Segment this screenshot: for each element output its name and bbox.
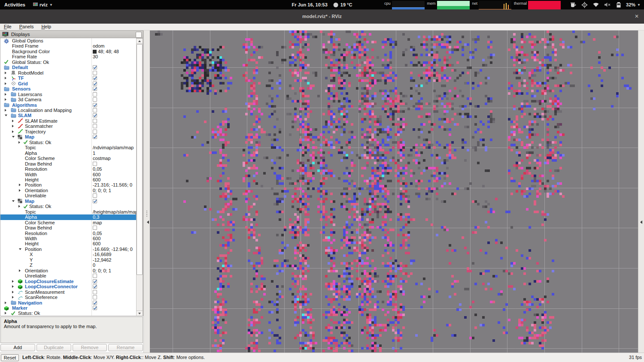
checkbox-unchecked[interactable]: [93, 295, 97, 299]
row-value[interactable]: /ndvimap/slam/map: [93, 145, 134, 151]
checkbox-unchecked[interactable]: [93, 193, 97, 198]
tree-row-scanmatcher[interactable]: Scanmatcher: [0, 124, 137, 129]
expand-closed-icon[interactable]: [12, 130, 14, 133]
tree-row-y[interactable]: Y-12,9462: [0, 257, 137, 263]
tree-row-3d-camera[interactable]: 3d Camera: [0, 97, 137, 103]
tree-row-unreliable[interactable]: Unreliable: [0, 273, 137, 279]
tree-row-position[interactable]: Position-21.316; -11.565; 0: [0, 182, 137, 188]
checkbox-checked[interactable]: [93, 113, 97, 118]
checkbox-checked[interactable]: [93, 87, 97, 91]
checkbox-unchecked[interactable]: [93, 274, 97, 278]
reset-button[interactable]: Reset: [1, 354, 19, 361]
wifi-icon[interactable]: [592, 2, 599, 7]
row-value[interactable]: 0: [93, 262, 95, 268]
expand-closed-icon[interactable]: [12, 125, 14, 127]
row-value[interactable]: /heightmap/slam/map: [93, 209, 138, 215]
row-value[interactable]: 600: [93, 241, 100, 247]
checkbox-unchecked[interactable]: [93, 226, 97, 230]
row-value[interactable]: -16.669; -12.946; 0: [93, 247, 133, 252]
tree-row-frame-rate[interactable]: Frame Rate30: [0, 54, 137, 60]
tree-row-draw-behind[interactable]: Draw Behind: [0, 161, 137, 167]
checkbox-unchecked[interactable]: [93, 290, 97, 294]
checkbox-checked[interactable]: [93, 279, 97, 284]
checkbox-unchecked[interactable]: [93, 119, 97, 123]
battery-percent[interactable]: 32%: [626, 2, 635, 7]
tree-row-scanmeasurement[interactable]: ScanMeasurement: [0, 290, 137, 295]
net-graph[interactable]: [479, 1, 511, 9]
tree-row-height[interactable]: Height600: [0, 177, 137, 183]
expand-closed-icon[interactable]: [5, 312, 6, 314]
tree-row-alpha[interactable]: Alpha1: [0, 151, 137, 156]
tree-row-resolution[interactable]: Resolution0,05: [0, 231, 137, 236]
tree-row-scanreference[interactable]: ScanReference: [0, 295, 137, 300]
thermal-graph[interactable]: [528, 1, 561, 9]
expand-closed-icon[interactable]: [12, 280, 14, 283]
tree-row-height[interactable]: Height600: [0, 241, 137, 247]
location-icon[interactable]: [581, 2, 588, 8]
tree-row-status-ok[interactable]: Status: Ok: [0, 311, 137, 316]
scrollbar-up-button[interactable]: [137, 39, 143, 44]
tree-row-global-options[interactable]: Global Options: [0, 38, 137, 44]
tree-row-draw-behind[interactable]: Draw Behind: [0, 225, 137, 231]
checkbox-unchecked[interactable]: [93, 108, 97, 112]
tree-row-sensors[interactable]: Sensors: [0, 86, 137, 92]
panel-splitter-right[interactable]: [638, 30, 644, 353]
tree-row-width[interactable]: Width600: [0, 172, 137, 178]
expand-closed-icon[interactable]: [5, 302, 6, 304]
expand-closed-icon[interactable]: [12, 285, 14, 288]
checkbox-checked[interactable]: [93, 306, 97, 310]
tree-row-orientation[interactable]: Orientation0; 0; 0; 1: [0, 188, 137, 193]
close-icon[interactable]: ✕: [635, 9, 639, 24]
tree-row-topic[interactable]: Topic/ndvimap/slam/map: [0, 145, 137, 151]
tree-row-map[interactable]: Map: [0, 134, 137, 140]
row-value[interactable]: -16,6689: [93, 252, 111, 257]
displays-panel-header[interactable]: Displays: [0, 30, 143, 38]
checkbox-checked[interactable]: [93, 199, 97, 203]
window-titlebar[interactable]: model.rviz* - RViz ✕: [0, 9, 644, 24]
tree-row-status-ok[interactable]: Status: Ok: [0, 140, 137, 145]
expand-closed-icon[interactable]: [18, 141, 20, 144]
expand-closed-icon[interactable]: [5, 98, 6, 101]
tree-row-unreliable[interactable]: Unreliable: [0, 193, 137, 199]
tree-row-resolution[interactable]: Resolution0,05: [0, 166, 137, 172]
volume-muted-icon[interactable]: [604, 2, 611, 7]
checkbox-unchecked[interactable]: [93, 92, 97, 97]
coffee-icon[interactable]: [570, 2, 577, 8]
row-value[interactable]: 30: [93, 54, 98, 60]
expand-closed-icon[interactable]: [12, 120, 14, 122]
tree-row-width[interactable]: Width600: [0, 236, 137, 241]
map-render-canvas[interactable]: [150, 30, 638, 353]
tree-row-algorithms[interactable]: Algorithms: [0, 103, 137, 108]
tree-row-slam-estimate[interactable]: SLAM Estimate: [0, 118, 137, 124]
tree-row-tf[interactable]: TF: [0, 75, 137, 81]
checkbox-checked[interactable]: [93, 301, 97, 305]
expand-open-icon[interactable]: [12, 200, 15, 202]
checkbox-checked[interactable]: [93, 284, 97, 289]
row-value[interactable]: -21.316; -11.565; 0: [93, 182, 132, 188]
cpu-graph[interactable]: [392, 1, 425, 9]
app-menu-rviz[interactable]: rviz ▼: [30, 2, 56, 7]
checkbox-checked[interactable]: [93, 65, 97, 69]
expand-closed-icon[interactable]: [5, 82, 6, 85]
checkbox-unchecked[interactable]: [93, 124, 97, 128]
expand-closed-icon[interactable]: [12, 291, 14, 293]
tree-row-default[interactable]: Default: [0, 65, 137, 70]
tree-row-fixed-frame[interactable]: Fixed Frameodom: [0, 43, 137, 49]
expand-closed-icon[interactable]: [12, 296, 14, 299]
scrollbar-down-button[interactable]: [137, 311, 143, 316]
expand-closed-icon[interactable]: [19, 184, 21, 186]
tree-row-x[interactable]: X-16,6689: [0, 252, 137, 257]
tree-row-marker[interactable]: Marker: [0, 305, 137, 311]
activities-button[interactable]: Activities: [0, 2, 30, 7]
scrollbar-thumb[interactable]: [137, 44, 143, 275]
checkbox-checked[interactable]: [93, 103, 97, 107]
row-value[interactable]: 600: [93, 172, 100, 178]
collapse-left-icon[interactable]: [147, 220, 149, 224]
tree-row-map[interactable]: Map: [0, 199, 137, 204]
battery-icon[interactable]: [616, 2, 622, 8]
expand-closed-icon[interactable]: [5, 93, 6, 96]
row-value[interactable]: 600: [93, 177, 100, 183]
tree-row-z[interactable]: Z0: [0, 262, 137, 268]
row-value[interactable]: map: [93, 220, 102, 226]
mem-graph[interactable]: [437, 1, 470, 9]
